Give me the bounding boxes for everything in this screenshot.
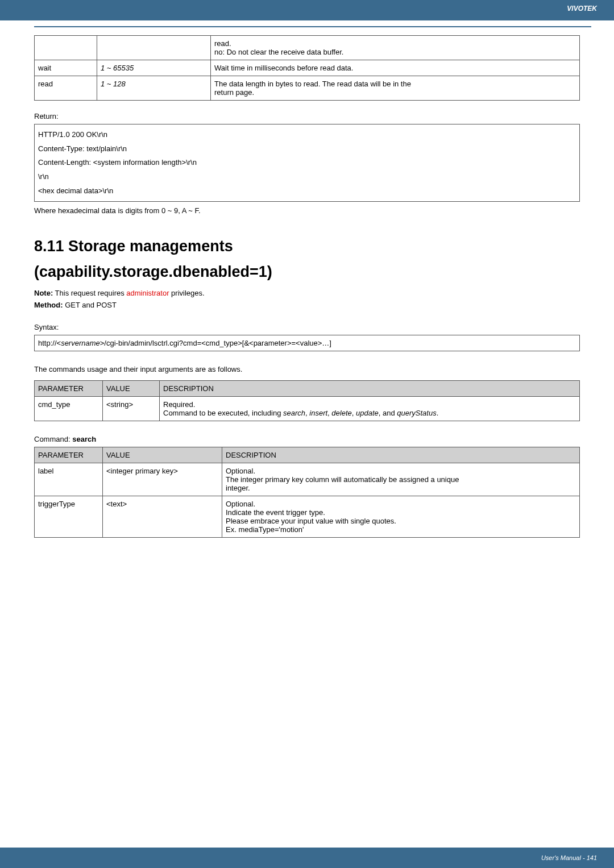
syntax-text: >/cgi-bin/admin/lsctrl.cgi?cmd=<cmd_type…: [100, 339, 331, 347]
cmd-sep: , and: [379, 409, 397, 417]
brand-label: VIVOTEK: [567, 5, 597, 13]
top-parameter-table: read. no: Do not clear the receive data …: [34, 35, 580, 101]
cell-text: Indicate the event trigger type.: [226, 508, 576, 517]
table-row: wait 1 ~ 65535 Wait time in milliseconds…: [35, 60, 580, 76]
cmd-word: delete: [331, 409, 351, 417]
cmd-word: insert: [309, 409, 327, 417]
cell-param: read: [35, 76, 97, 101]
return-line: Content-Type: text/plain\r\n: [38, 142, 576, 156]
table-header: PARAMETER VALUE DESCRIPTION: [35, 447, 580, 463]
hex-note: Where hexadecimal data is digits from 0 …: [34, 206, 580, 215]
cell-param: label: [35, 463, 103, 496]
note-text: privileges.: [169, 289, 204, 297]
cmd-word: queryStatus: [397, 409, 436, 417]
cmd-end: .: [437, 409, 439, 417]
syntax-server: servername: [61, 339, 100, 347]
section-heading-1: 8.11 Storage managements: [34, 238, 580, 255]
cell-param: triggerType: [35, 496, 103, 538]
table-row: triggerType <text> Optional. Indicate th…: [35, 496, 580, 538]
note-text: This request requires: [53, 289, 126, 297]
note-prefix: Note:: [34, 289, 53, 297]
header-parameter: PARAMETER: [35, 381, 103, 397]
cell-text: The integer primary key column will auto…: [226, 475, 576, 484]
command-prefix: Command:: [34, 435, 72, 443]
cell-value: 1 ~ 128: [97, 76, 211, 101]
cell-value: <text>: [103, 496, 222, 538]
cell-desc: Wait time in milliseconds before read da…: [211, 60, 580, 76]
return-box: HTTP/1.0 200 OK\r\n Content-Type: text/p…: [34, 124, 580, 202]
cell-text: integer.: [226, 484, 576, 492]
header-description: DESCRIPTION: [160, 381, 580, 397]
cell-empty: [35, 36, 97, 60]
table-row: label <integer primary key> Optional. Th…: [35, 463, 580, 496]
cmd-sep: ,: [352, 409, 356, 417]
cell-text: return page.: [214, 88, 576, 97]
note-block: Note: This request requires administrato…: [34, 289, 580, 297]
method-block: Method: GET and POST: [34, 301, 580, 309]
table-row: read 1 ~ 128 The data length in bytes to…: [35, 76, 580, 101]
return-line: \r\n: [38, 170, 576, 184]
note-admin: administrator: [126, 289, 169, 297]
table-header: PARAMETER VALUE DESCRIPTION: [35, 381, 580, 397]
return-line: <hex decimal data>\r\n: [38, 184, 576, 198]
return-line: Content-Length: <system information leng…: [38, 156, 576, 170]
footer-bar: User's Manual - 141: [0, 848, 614, 868]
cell-text: Required.: [163, 400, 576, 409]
command-label: Command: search: [34, 435, 580, 443]
cell-text: read.: [214, 39, 576, 48]
footer-text: User's Manual - 141: [541, 854, 597, 861]
section-heading-2: (capability.storage.dbenabled=1): [34, 263, 580, 281]
param-table-2: PARAMETER VALUE DESCRIPTION label <integ…: [34, 447, 580, 538]
method-text: GET and POST: [63, 301, 117, 309]
cmd-prefix: Command to be executed, including: [163, 409, 283, 417]
syntax-box: http://<servername>/cgi-bin/admin/lsctrl…: [34, 335, 580, 351]
method-prefix: Method:: [34, 301, 63, 309]
cell-text: Command to be executed, including search…: [163, 409, 576, 417]
cell-text: Please embrace your input value with sin…: [226, 517, 576, 525]
cell-text: Optional.: [226, 500, 576, 508]
cell-text: The data length in bytes to read. The re…: [214, 80, 576, 88]
page-content: read. no: Do not clear the receive data …: [0, 27, 614, 538]
table-row: read. no: Do not clear the receive data …: [35, 36, 580, 60]
table-row: cmd_type <string> Required. Command to b…: [35, 397, 580, 421]
command-name: search: [72, 435, 96, 443]
param-table-1: PARAMETER VALUE DESCRIPTION cmd_type <st…: [34, 380, 580, 421]
header-value: VALUE: [103, 381, 160, 397]
cell-desc: Required. Command to be executed, includ…: [160, 397, 580, 421]
header-bar: VIVOTEK: [0, 0, 614, 20]
cell-param: wait: [35, 60, 97, 76]
cell-text: Optional.: [226, 467, 576, 475]
return-label: Return:: [34, 112, 580, 121]
cell-empty: [97, 36, 211, 60]
cmd-word: search: [283, 409, 305, 417]
syntax-text: http://<: [38, 339, 61, 347]
cell-desc: The data length in bytes to read. The re…: [211, 76, 580, 101]
usage-line: The commands usage and their input argum…: [34, 365, 580, 373]
cell-text: Ex. mediaType='motion': [226, 525, 576, 534]
syntax-label: Syntax:: [34, 323, 580, 331]
cell-desc: read. no: Do not clear the receive data …: [211, 36, 580, 60]
cell-value: <integer primary key>: [103, 463, 222, 496]
header-value: VALUE: [103, 447, 222, 463]
return-line: HTTP/1.0 200 OK\r\n: [38, 128, 576, 142]
cell-param: cmd_type: [35, 397, 103, 421]
cell-desc: Optional. Indicate the event trigger typ…: [222, 496, 580, 538]
cmd-word: update: [356, 409, 379, 417]
cell-text: no: Do not clear the receive data buffer…: [214, 48, 576, 56]
cell-desc: Optional. The integer primary key column…: [222, 463, 580, 496]
cell-value: <string>: [103, 397, 160, 421]
header-description: DESCRIPTION: [222, 447, 580, 463]
cell-value: 1 ~ 65535: [97, 60, 211, 76]
header-parameter: PARAMETER: [35, 447, 103, 463]
